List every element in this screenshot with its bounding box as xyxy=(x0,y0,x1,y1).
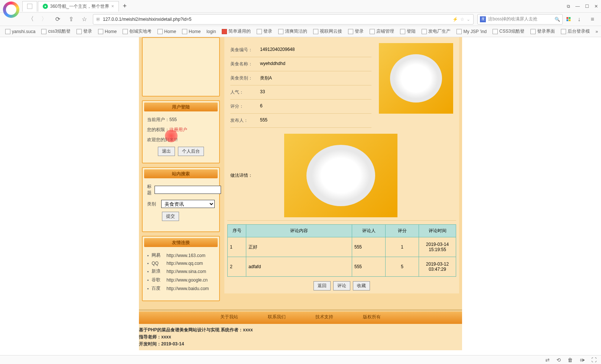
bookmark-item[interactable]: Home xyxy=(96,29,119,34)
page-icon xyxy=(5,29,10,34)
minimize-icon[interactable]: — xyxy=(575,4,580,9)
bookmark-item[interactable]: 登录 xyxy=(346,28,366,35)
personal-backend-button[interactable]: 个人后台 xyxy=(178,147,204,156)
bookmark-item[interactable]: css3炫酷登 xyxy=(39,28,73,35)
table-row: 2 adfafd 555 5 2019-03-1203:47:29 xyxy=(228,257,456,277)
title-input[interactable] xyxy=(155,186,221,194)
bookmark-item[interactable]: 店铺管理 xyxy=(367,28,396,35)
footer-link[interactable]: 关于我站 xyxy=(220,314,238,320)
browser-logo xyxy=(3,1,19,18)
category-label: 类别 xyxy=(147,201,158,207)
url-text: 127.0.0.1/meishi2/meishixinxidetail.php?… xyxy=(103,17,450,22)
bookmark-overflow[interactable]: » xyxy=(595,29,598,34)
bookmark-item[interactable]: 登录 xyxy=(254,28,274,35)
logout-button[interactable]: 退出 xyxy=(158,147,175,156)
favorite-button[interactable]: ☆ xyxy=(79,14,89,24)
search-icon[interactable]: 🔍 xyxy=(555,17,560,22)
search-box[interactable]: 度 这boss掉的啥满屏人去抢 🔍 xyxy=(477,14,563,25)
maximize-icon[interactable]: ☐ xyxy=(585,4,589,9)
friend-link[interactable]: 新浪http://www.sina.com xyxy=(147,268,215,274)
download-icon[interactable]: ↓ xyxy=(574,14,584,24)
chevron-down-icon[interactable]: ⌄ xyxy=(467,17,470,22)
file-icon xyxy=(27,4,32,9)
login-panel: 用户登陆 当前用户：555 您的权限：注册用户 欢迎您的到来!!! 退出 个人后… xyxy=(142,100,220,163)
page-icon xyxy=(77,29,82,34)
page-icon xyxy=(278,29,283,34)
bookmark-item[interactable]: 登录 xyxy=(74,28,94,35)
bookmark-item[interactable]: 后台登录模 xyxy=(559,28,592,35)
footer-link[interactable]: 联系我们 xyxy=(268,314,286,320)
tab-current[interactable]: ● 360导航_一个主页，整个世界 × xyxy=(38,1,119,12)
search-engine-icon: 度 xyxy=(480,16,486,22)
panel-title: 友情连接 xyxy=(144,238,218,247)
bookmark-item[interactable]: 登陆 xyxy=(398,28,418,35)
category-select[interactable]: 美食资讯 xyxy=(161,200,215,208)
submit-button[interactable]: 提交 xyxy=(162,212,179,221)
food-id: 14912040209648 xyxy=(260,47,295,53)
page-icon xyxy=(182,29,187,34)
col-score: 评分 xyxy=(386,225,419,237)
footer-link[interactable]: 版权所有 xyxy=(363,314,381,320)
back-button[interactable]: 〈 xyxy=(26,14,36,24)
back-button[interactable]: 返回 xyxy=(314,281,331,290)
links-panel: 友情连接 网易http://www.163.com QQhttp://www.q… xyxy=(142,236,220,301)
page-icon xyxy=(98,29,103,34)
bookmark-item[interactable]: 视联网云接 xyxy=(311,28,344,35)
food-popularity: 33 xyxy=(260,89,265,95)
bookmark-item[interactable]: CSS3炫酷登 xyxy=(490,28,526,35)
bookmark-item[interactable]: 简单通用的 xyxy=(220,28,253,35)
col-user: 评论人 xyxy=(352,225,386,237)
fire-icon xyxy=(222,29,227,34)
shield-icon: ⛨ xyxy=(96,17,101,22)
tab-title: 360导航_一个主页，整个世界 xyxy=(50,3,109,10)
col-time: 评论时间 xyxy=(419,225,456,237)
bookmark-item[interactable]: yanshi.suca xyxy=(3,29,38,34)
comment-button[interactable]: 评论 xyxy=(333,281,350,290)
friend-link[interactable]: 网易http://www.163.com xyxy=(147,252,215,259)
footer-line-3: 开发时间：2019-03-14 xyxy=(139,341,462,347)
menu-icon[interactable]: ≡ xyxy=(588,14,597,24)
bookmark-item[interactable]: 清爽简洁的 xyxy=(276,28,309,35)
tab-blank[interactable] xyxy=(22,1,37,12)
flash-icon[interactable]: ⚡ xyxy=(452,17,458,22)
favorite-button[interactable]: 收藏 xyxy=(353,281,370,290)
page-icon xyxy=(123,29,128,34)
food-score: 6 xyxy=(260,103,263,110)
panel-title: 用户登陆 xyxy=(144,103,218,111)
highlight-marker xyxy=(165,130,178,142)
close-window-icon[interactable]: ✕ xyxy=(594,4,598,9)
forward-button[interactable]: 〉 xyxy=(39,14,49,24)
bookmark-item[interactable]: My JSP 'ind xyxy=(454,29,489,34)
apps-icon[interactable] xyxy=(566,17,571,21)
bookmark-bar: yanshi.suca css3炫酷登 登录 Home 创城实地考 Home H… xyxy=(0,26,601,37)
new-tab-button[interactable]: + xyxy=(120,2,130,10)
friend-link[interactable]: 百度http://www.baidu.com xyxy=(147,285,215,292)
title-label: 标题 xyxy=(147,183,152,196)
bookmark-item[interactable]: 登录界面 xyxy=(528,28,557,35)
footer-link[interactable]: 技术支持 xyxy=(315,314,333,320)
address-bar[interactable]: ⛨ 127.0.0.1/meishi2/meishixinxidetail.ph… xyxy=(93,14,474,25)
page-icon xyxy=(313,29,318,34)
star-icon[interactable]: ☆ xyxy=(460,17,464,22)
page-icon xyxy=(257,29,262,34)
friend-link[interactable]: QQhttp://www.qq.com xyxy=(147,261,215,266)
reload-button[interactable]: ⟳ xyxy=(53,14,62,24)
page-icon xyxy=(530,29,536,34)
search-placeholder: 这boss掉的啥满屏人去抢 xyxy=(488,16,537,22)
page-icon xyxy=(348,29,353,34)
restore-icon[interactable]: ⧉ xyxy=(567,4,570,9)
friend-link[interactable]: 谷歌http://www.google.cn xyxy=(147,277,215,283)
bookmark-item[interactable]: 发电厂生产 xyxy=(419,28,453,35)
bookmark-item[interactable]: 创城实地考 xyxy=(120,28,154,35)
page-icon xyxy=(493,29,498,34)
bookmark-item[interactable]: Home xyxy=(155,29,178,34)
page-icon xyxy=(370,29,375,34)
home-button[interactable]: ⇪ xyxy=(66,14,76,24)
bookmark-item[interactable]: login xyxy=(204,29,218,34)
comments-table: 序号 评论内容 评论人 评分 评论时间 1 正好 555 1 2019-03-1… xyxy=(227,224,456,277)
close-icon[interactable]: × xyxy=(111,4,114,9)
bookmark-item[interactable]: Home xyxy=(180,29,203,34)
panel-title: 站内搜索 xyxy=(144,169,218,178)
food-detail-info: 美食编号：14912040209648 美食名称：wyehddhdhd 美食类别… xyxy=(230,43,371,128)
food-method-image xyxy=(284,134,397,217)
